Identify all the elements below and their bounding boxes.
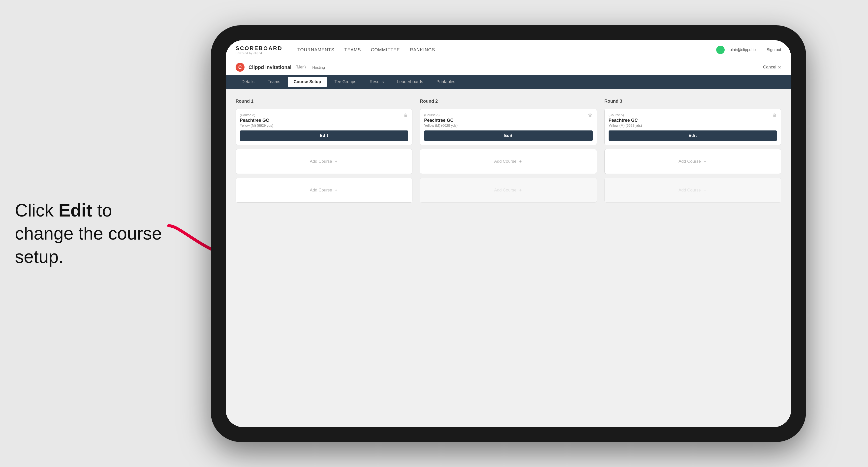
nav-right: blair@clippd.io | Sign out	[716, 45, 781, 54]
round-3-label: Round 3	[604, 99, 781, 104]
round-2-column: Round 2 🗑 (Course A) Peachtree GC Yellow…	[420, 99, 597, 203]
round-2-add-course-1[interactable]: Add Course ＋	[420, 149, 597, 174]
round-1-course-card: 🗑 (Course A) Peachtree GC Yellow (M) (66…	[236, 109, 412, 145]
round-2-course-name: Peachtree GC	[424, 118, 592, 123]
round-1-delete-icon[interactable]: 🗑	[402, 112, 409, 119]
avatar	[716, 45, 725, 54]
user-email: blair@clippd.io	[730, 48, 756, 52]
cancel-icon: ✕	[778, 65, 781, 70]
tab-results[interactable]: Results	[364, 77, 390, 87]
hosting-badge: Hosting	[312, 65, 325, 69]
round-3-add-label-2: Add Course ＋	[679, 187, 707, 193]
round-2-add-label-1: Add Course ＋	[494, 158, 523, 164]
tablet-device: SCOREBOARD Powered by clippd TOURNAMENTS…	[211, 25, 806, 442]
round-1-add-course-2[interactable]: Add Course ＋	[236, 178, 412, 203]
tab-bar: Details Teams Course Setup Tee Groups Re…	[226, 75, 791, 89]
round-3-add-icon-1: ＋	[703, 158, 707, 164]
logo-area: SCOREBOARD Powered by clippd	[236, 45, 282, 55]
instruction-text: Click Edit to change the course setup.	[15, 199, 168, 268]
sign-out-link[interactable]: Sign out	[767, 48, 781, 52]
round-1-course-tag: (Course A)	[240, 113, 408, 117]
round-1-add-icon-2: ＋	[334, 187, 338, 193]
round-2-add-course-2: Add Course ＋	[420, 178, 597, 203]
instruction-bold: Edit	[59, 200, 92, 220]
tournament-name: Clippd Invitational	[248, 64, 291, 70]
round-2-add-icon-1: ＋	[518, 158, 523, 164]
round-1-course-name: Peachtree GC	[240, 118, 408, 123]
cancel-button[interactable]: Cancel ✕	[763, 65, 781, 70]
top-nav: SCOREBOARD Powered by clippd TOURNAMENTS…	[226, 40, 791, 60]
brand-logo: C	[236, 63, 245, 72]
nav-left: SCOREBOARD Powered by clippd TOURNAMENTS…	[236, 45, 435, 55]
round-2-delete-icon[interactable]: 🗑	[587, 112, 594, 119]
round-2-add-icon-2: ＋	[518, 187, 523, 193]
round-1-add-label-1: Add Course ＋	[310, 158, 338, 164]
instruction-prefix: Click	[15, 200, 59, 220]
round-1-course-detail: Yellow (M) (6629 yds)	[240, 124, 408, 127]
tab-tee-groups[interactable]: Tee Groups	[329, 77, 362, 87]
round-3-delete-icon[interactable]: 🗑	[771, 112, 778, 119]
round-1-add-label-2: Add Course ＋	[310, 187, 338, 193]
round-1-edit-button[interactable]: Edit	[240, 130, 408, 141]
round-3-course-detail: Yellow (M) (6629 yds)	[609, 124, 777, 127]
round-3-course-card: 🗑 (Course A) Peachtree GC Yellow (M) (66…	[604, 109, 781, 145]
cancel-label: Cancel	[763, 65, 776, 70]
round-1-add-icon-1: ＋	[334, 158, 338, 164]
round-3-add-icon-2: ＋	[703, 187, 707, 193]
tournament-left: C Clippd Invitational (Men) Hosting	[236, 63, 325, 72]
tab-leaderboards[interactable]: Leaderboards	[391, 77, 429, 87]
round-2-label: Round 2	[420, 99, 597, 104]
tab-printables[interactable]: Printables	[431, 77, 461, 87]
round-3-course-tag: (Course A)	[609, 113, 777, 117]
round-1-column: Round 1 🗑 (Course A) Peachtree GC Yellow…	[236, 99, 412, 203]
round-3-add-course-1[interactable]: Add Course ＋	[604, 149, 781, 174]
round-3-column: Round 3 🗑 (Course A) Peachtree GC Yellow…	[604, 99, 781, 203]
tournament-gender: (Men)	[296, 65, 306, 69]
nav-links: TOURNAMENTS TEAMS COMMITTEE RANKINGS	[297, 48, 435, 53]
nav-tournaments[interactable]: TOURNAMENTS	[297, 48, 335, 53]
round-2-course-detail: Yellow (M) (6629 yds)	[424, 124, 592, 127]
round-2-add-label-2: Add Course ＋	[494, 187, 523, 193]
nav-committee[interactable]: COMMITTEE	[371, 48, 400, 53]
round-1-add-course-1[interactable]: Add Course ＋	[236, 149, 412, 174]
round-3-add-label-1: Add Course ＋	[679, 158, 707, 164]
nav-separator: |	[761, 48, 762, 52]
round-2-course-card: 🗑 (Course A) Peachtree GC Yellow (M) (66…	[420, 109, 597, 145]
logo-subtitle: Powered by clippd	[236, 52, 282, 55]
logo-title: SCOREBOARD	[236, 45, 282, 52]
round-1-label: Round 1	[236, 99, 412, 104]
round-2-edit-button[interactable]: Edit	[424, 130, 592, 141]
main-content: Round 1 🗑 (Course A) Peachtree GC Yellow…	[226, 89, 791, 427]
round-2-course-tag: (Course A)	[424, 113, 592, 117]
tab-teams[interactable]: Teams	[262, 77, 286, 87]
tab-details[interactable]: Details	[236, 77, 260, 87]
tournament-bar: C Clippd Invitational (Men) Hosting Canc…	[226, 60, 791, 75]
tablet-screen: SCOREBOARD Powered by clippd TOURNAMENTS…	[226, 40, 791, 427]
round-3-course-name: Peachtree GC	[609, 118, 777, 123]
nav-rankings[interactable]: RANKINGS	[410, 48, 435, 53]
rounds-grid: Round 1 🗑 (Course A) Peachtree GC Yellow…	[236, 99, 781, 203]
nav-teams[interactable]: TEAMS	[344, 48, 361, 53]
round-3-add-course-2: Add Course ＋	[604, 178, 781, 203]
round-3-edit-button[interactable]: Edit	[609, 130, 777, 141]
tab-course-setup[interactable]: Course Setup	[288, 77, 327, 87]
